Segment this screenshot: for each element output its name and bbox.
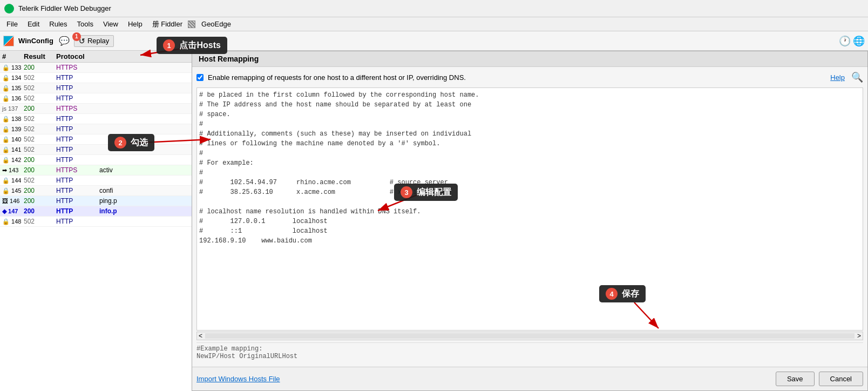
table-row[interactable]: 🔒 134 502 HTTP xyxy=(0,73,194,83)
row-protocol: HTTPS xyxy=(56,166,99,174)
table-row[interactable]: 🔒 148 502 HTTP xyxy=(0,217,194,227)
scrollbar-thumb[interactable] xyxy=(205,333,855,339)
session-list: # Result Protocol 🔒 133 200 HTTPS 🔒 134 … xyxy=(0,51,194,391)
row-id: 🔒 145 xyxy=(2,187,24,194)
dialog-body: Enable remapping of requests for one hos… xyxy=(192,67,867,367)
row-protocol: HTTP xyxy=(56,207,99,215)
menu-geoedge[interactable]: GeoEdge xyxy=(197,19,235,29)
row-id: 🔒 139 xyxy=(2,126,24,133)
row-id: 🔒 138 xyxy=(2,116,24,123)
editor-wrapper: # be placed in the first column followed… xyxy=(196,87,863,331)
row-id: ◆ 147 xyxy=(2,208,24,215)
table-row[interactable]: js 137 200 HTTPS xyxy=(0,104,194,114)
h-scrollbar[interactable]: < > xyxy=(196,332,863,340)
menu-view[interactable]: View xyxy=(99,19,123,29)
toolbar: WinConfig 💬 1 ↺ Replay 🕐 🌐 xyxy=(0,31,868,51)
col-protocol: Protocol xyxy=(56,52,99,60)
row-protocol: HTTP xyxy=(56,218,99,225)
row-result: 200 xyxy=(24,187,56,194)
session-header: # Result Protocol xyxy=(0,51,194,63)
row-id: 🔒 135 xyxy=(2,85,24,92)
replay-label: Replay xyxy=(87,37,109,45)
row-id: 🔒 142 xyxy=(2,157,24,164)
row-protocol: HTTP xyxy=(56,146,99,153)
col-url xyxy=(99,52,192,60)
table-row[interactable]: ➡ 143 200 HTTPS activ xyxy=(0,165,194,176)
globe-icon: 🌐 xyxy=(853,35,865,47)
table-row[interactable]: 🔒 142 200 HTTP xyxy=(0,155,194,165)
inspect-icon: 🔍 xyxy=(851,71,863,83)
row-result: 502 xyxy=(24,84,56,92)
winconfig-label: WinConfig xyxy=(18,37,53,45)
row-result: 200 xyxy=(24,207,56,215)
table-row[interactable]: 🔒 136 502 HTTP xyxy=(0,93,194,104)
windows-icon xyxy=(3,36,14,46)
row-result: 502 xyxy=(24,177,56,184)
row-id: 🔒 133 xyxy=(2,64,24,71)
scroll-right-icon[interactable]: > xyxy=(856,332,863,340)
col-result: Result xyxy=(24,52,56,60)
menu-rules[interactable]: Rules xyxy=(45,19,71,29)
row-id: 🔒 140 xyxy=(2,136,24,143)
table-row[interactable]: ◆ 147 200 HTTP info.p xyxy=(0,206,194,217)
row-result: 200 xyxy=(24,64,56,71)
enable-checkbox[interactable] xyxy=(196,74,204,81)
row-id: js 137 xyxy=(2,105,24,112)
menu-bar: File Edit Rules Tools View Help 册 Fiddle… xyxy=(0,17,868,31)
main-area: # Result Protocol 🔒 133 200 HTTPS 🔒 134 … xyxy=(0,51,868,391)
row-id: 🖼 146 xyxy=(2,198,24,204)
menu-edit[interactable]: Edit xyxy=(23,19,44,29)
row-result: 200 xyxy=(24,166,56,174)
footer-example: #Example mapping: NewIP/Host OriginalURL… xyxy=(196,342,863,362)
table-row[interactable]: 🔒 138 502 HTTP xyxy=(0,114,194,124)
save-button[interactable]: Save xyxy=(776,372,815,386)
cancel-button[interactable]: Cancel xyxy=(819,372,863,386)
row-result: 502 xyxy=(24,115,56,123)
table-row[interactable]: 🔒 135 502 HTTP xyxy=(0,83,194,93)
scroll-left-icon[interactable]: < xyxy=(197,332,204,340)
row-protocol: HTTP xyxy=(56,84,99,92)
table-row[interactable]: 🔒 140 502 HTTP xyxy=(0,134,194,145)
row-result: 502 xyxy=(24,74,56,82)
table-row[interactable]: 🔒 133 200 HTTPS xyxy=(0,63,194,73)
row-url: ping.p xyxy=(99,197,192,205)
text-editor[interactable]: # be placed in the first column followed… xyxy=(196,87,863,331)
row-url: confi xyxy=(99,187,192,194)
col-id: # xyxy=(2,52,24,60)
menu-file[interactable]: File xyxy=(2,19,22,29)
row-protocol: HTTP xyxy=(56,125,99,133)
row-protocol: HTTP xyxy=(56,74,99,82)
app-icon xyxy=(4,4,14,14)
row-id: 🔒 134 xyxy=(2,75,24,82)
row-id: 🔒 136 xyxy=(2,95,24,102)
row-protocol: HTTP xyxy=(56,177,99,184)
row-protocol: HTTP xyxy=(56,115,99,123)
menu-help[interactable]: Help xyxy=(124,19,147,29)
row-protocol: HTTPS xyxy=(56,105,99,112)
menu-tools[interactable]: Tools xyxy=(73,19,98,29)
table-row[interactable]: 🔒 141 502 HTTP xyxy=(0,145,194,155)
table-row[interactable]: 🔒 144 502 HTTP xyxy=(0,176,194,186)
dialog-title: Host Remapping xyxy=(192,51,867,67)
title-bar: Telerik Fiddler Web Debugger xyxy=(0,0,868,17)
row-result: 200 xyxy=(24,105,56,112)
row-protocol: HTTPS xyxy=(56,64,99,71)
table-row[interactable]: 🔒 139 502 HTTP xyxy=(0,124,194,134)
row-protocol: HTTP xyxy=(56,156,99,164)
enable-label: Enable remapping of requests for one hos… xyxy=(208,73,826,82)
row-id: 🔒 148 xyxy=(2,218,24,225)
help-link[interactable]: Help xyxy=(830,73,845,82)
row-url: activ xyxy=(99,166,192,174)
row-result: 502 xyxy=(24,146,56,153)
replay-badge: 1 xyxy=(72,32,81,41)
row-result: 200 xyxy=(24,197,56,205)
import-link[interactable]: Import Windows Hosts File xyxy=(196,375,771,383)
row-result: 200 xyxy=(24,156,56,164)
example-line2: NewIP/Host OriginalURLHost xyxy=(196,353,863,360)
table-row[interactable]: 🔒 145 200 HTTP confi xyxy=(0,186,194,196)
table-row[interactable]: 🖼 146 200 HTTP ping.p xyxy=(0,196,194,206)
menu-fiddler[interactable]: 册 Fiddler xyxy=(148,18,187,30)
row-result: 502 xyxy=(24,95,56,102)
enable-row: Enable remapping of requests for one hos… xyxy=(196,71,863,83)
replay-button[interactable]: 1 ↺ Replay xyxy=(74,35,114,47)
